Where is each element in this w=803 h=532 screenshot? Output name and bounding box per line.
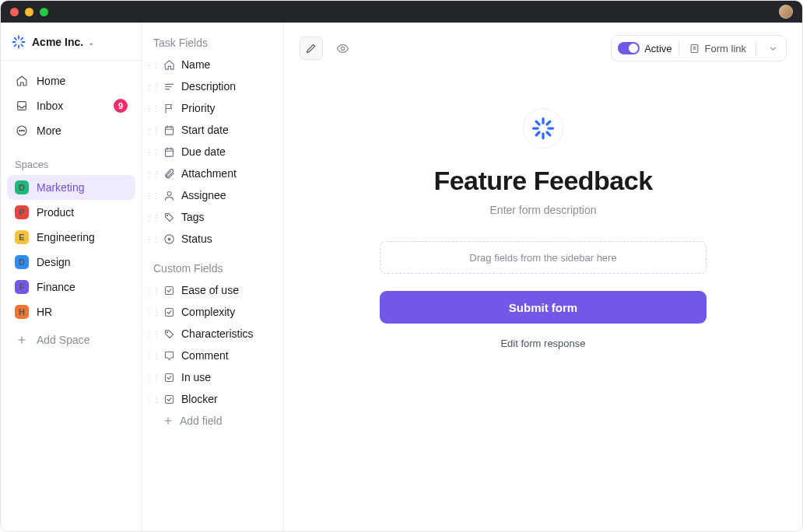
- more-options-button[interactable]: [763, 38, 783, 58]
- field-complexity[interactable]: ⋮⋮Complexity: [142, 301, 283, 323]
- inbox-badge: 9: [114, 99, 128, 113]
- space-label: Design: [37, 256, 71, 268]
- add-space-button[interactable]: Add Space: [7, 327, 135, 352]
- plus-icon: [15, 333, 29, 347]
- maximize-window-button[interactable]: [40, 8, 48, 16]
- drag-handle-icon[interactable]: ⋮⋮: [149, 286, 156, 295]
- workspace-switcher[interactable]: Acme Inc. ⌄: [1, 27, 142, 61]
- field-status[interactable]: ⋮⋮Status: [142, 228, 283, 250]
- drag-handle-icon[interactable]: ⋮⋮: [149, 352, 156, 360]
- active-label: Active: [644, 43, 672, 54]
- svg-point-31: [167, 331, 168, 333]
- field-dropzone[interactable]: Drag fields from the sidebar here: [380, 241, 707, 274]
- field-priority[interactable]: ⋮⋮Priority: [142, 97, 283, 119]
- drag-handle-icon[interactable]: ⋮⋮: [149, 235, 156, 243]
- field-characteristics[interactable]: ⋮⋮Characteristics: [142, 323, 283, 345]
- field-label: Start date: [181, 124, 229, 136]
- svg-point-36: [341, 47, 344, 50]
- add-field-button[interactable]: ⋮⋮ Add field: [142, 410, 283, 432]
- field-label: Name: [181, 58, 210, 71]
- field-label: Characteristics: [181, 327, 254, 340]
- submit-button[interactable]: Submit form: [380, 291, 707, 324]
- user-avatar[interactable]: [779, 5, 793, 19]
- field-name[interactable]: ⋮⋮Name: [142, 54, 283, 75]
- divider: [679, 41, 679, 55]
- drag-handle-icon[interactable]: ⋮⋮: [149, 308, 156, 317]
- space-item-design[interactable]: DDesign: [7, 250, 135, 275]
- space-item-marketing[interactable]: DMarketing: [7, 175, 135, 200]
- close-window-button[interactable]: [10, 8, 19, 16]
- window-controls: [10, 8, 48, 16]
- pencil-icon: [305, 42, 317, 54]
- nav-more[interactable]: More: [7, 118, 135, 143]
- form-link-icon: [689, 43, 700, 54]
- field-start-date[interactable]: ⋮⋮Start date: [142, 119, 283, 141]
- svg-line-47: [547, 121, 550, 124]
- drag-handle-icon[interactable]: ⋮⋮: [149, 213, 156, 222]
- field-attachment[interactable]: ⋮⋮Attachment: [142, 163, 283, 184]
- svg-line-45: [547, 132, 550, 135]
- custom-fields-heading: Custom Fields: [142, 259, 283, 279]
- field-label: Priority: [181, 102, 216, 114]
- field-tags[interactable]: ⋮⋮Tags: [142, 206, 283, 228]
- drag-handle-icon[interactable]: ⋮⋮: [149, 373, 156, 382]
- fields-panel: Task Fields ⋮⋮Name⋮⋮Description⋮⋮Priorit…: [142, 23, 284, 531]
- field-assignee[interactable]: ⋮⋮Assignee: [142, 184, 283, 206]
- drag-handle-icon[interactable]: ⋮⋮: [149, 191, 156, 200]
- space-badge: D: [15, 180, 29, 194]
- workspace-name: Acme Inc.: [32, 36, 83, 48]
- nav-inbox[interactable]: Inbox 9: [7, 93, 135, 118]
- field-description[interactable]: ⋮⋮Description: [142, 75, 283, 97]
- svg-line-4: [15, 38, 16, 40]
- nav-inbox-label: Inbox: [37, 100, 106, 112]
- space-badge: E: [15, 230, 29, 244]
- field-in-use[interactable]: ⋮⋮In use: [142, 366, 283, 388]
- space-item-finance[interactable]: FFinance: [7, 275, 135, 299]
- drag-handle-icon[interactable]: ⋮⋮: [149, 82, 156, 91]
- form-description[interactable]: Enter form description: [490, 204, 597, 216]
- plus-icon: [163, 415, 174, 426]
- task-fields-heading: Task Fields: [142, 33, 283, 54]
- app-logo-icon: [12, 35, 26, 49]
- drag-handle-icon[interactable]: ⋮⋮: [149, 395, 156, 404]
- space-item-product[interactable]: PProduct: [7, 200, 135, 225]
- drag-handle-icon[interactable]: ⋮⋮: [149, 61, 156, 69]
- svg-rect-37: [691, 44, 698, 52]
- nav-home[interactable]: Home: [7, 68, 135, 93]
- tag-icon: [163, 327, 175, 340]
- field-blocker[interactable]: ⋮⋮Blocker: [142, 388, 283, 410]
- active-toggle[interactable]: [618, 42, 640, 54]
- form-link-label: Form link: [705, 43, 746, 54]
- field-comment[interactable]: ⋮⋮Comment: [142, 345, 283, 366]
- svg-point-10: [21, 130, 22, 131]
- drag-handle-icon[interactable]: ⋮⋮: [149, 126, 156, 135]
- drag-handle-icon[interactable]: ⋮⋮: [149, 104, 156, 113]
- calendar-icon: [163, 124, 175, 136]
- form-title[interactable]: Feature Feedback: [433, 166, 652, 196]
- comment-icon: [163, 349, 175, 362]
- svg-rect-32: [165, 373, 173, 381]
- inbox-icon: [15, 99, 29, 113]
- field-label: Description: [181, 80, 236, 93]
- form-link-button[interactable]: Form link: [686, 43, 749, 54]
- svg-rect-29: [165, 286, 173, 294]
- svg-line-44: [536, 121, 539, 124]
- field-ease-of-use[interactable]: ⋮⋮Ease of use: [142, 279, 283, 301]
- flag-icon: [163, 102, 175, 114]
- chevron-down-icon: [768, 44, 778, 54]
- field-due-date[interactable]: ⋮⋮Due date: [142, 141, 283, 163]
- form-logo[interactable]: [523, 108, 563, 149]
- preview-mode-button[interactable]: [331, 37, 354, 60]
- space-item-hr[interactable]: HHR: [7, 299, 135, 324]
- drag-handle-icon[interactable]: ⋮⋮: [149, 148, 156, 156]
- edit-mode-button[interactable]: [300, 37, 323, 60]
- space-label: HR: [37, 306, 52, 318]
- drag-handle-icon[interactable]: ⋮⋮: [149, 170, 156, 178]
- space-item-engineering[interactable]: EEngineering: [7, 225, 135, 250]
- drag-handle-icon[interactable]: ⋮⋮: [149, 330, 156, 338]
- field-label: Assignee: [181, 189, 226, 201]
- svg-rect-21: [165, 149, 173, 156]
- minimize-window-button[interactable]: [25, 8, 33, 16]
- edit-response-link[interactable]: Edit form response: [500, 338, 585, 349]
- nav-home-label: Home: [37, 75, 128, 87]
